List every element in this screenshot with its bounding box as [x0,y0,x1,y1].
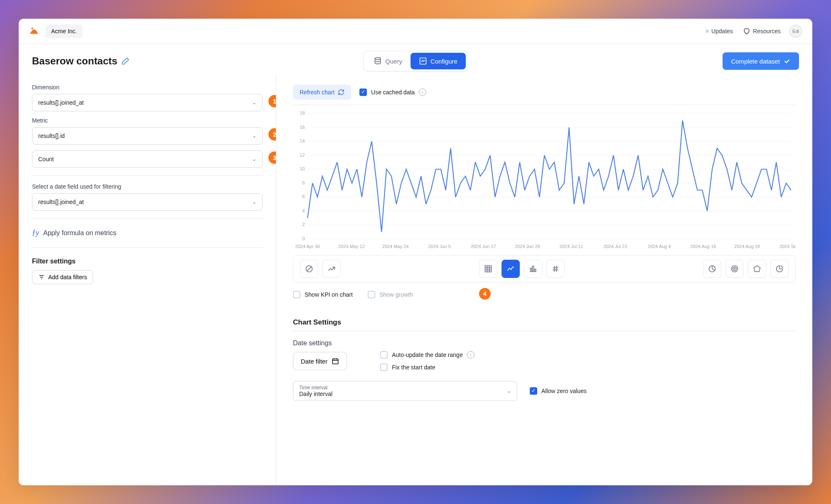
updates-link[interactable]: Updates [701,25,738,37]
step-badge-1: 1 [268,95,276,107]
svg-text:2024 Apr 30: 2024 Apr 30 [295,244,320,248]
mode-toggle: Query Configure [363,51,468,71]
date-filter-button[interactable]: Date filter [293,352,347,370]
line-chart: 0246810121416182024 Apr 302024 May 12202… [293,110,796,251]
auto-update-checkbox[interactable]: Auto-update the date range i [380,351,474,359]
interval-row: Time interval Daily interval ⌄ Allow zer… [293,381,796,401]
svg-rect-47 [534,269,536,272]
header-row: Baserow contacts Query Configure Complet… [19,44,812,76]
app-logo [29,26,39,37]
metric-label: Metric [32,117,263,124]
number-chart-button[interactable] [546,260,565,278]
svg-line-50 [554,266,555,272]
donut-chart-button[interactable] [770,260,789,278]
svg-text:2024 Jun 29: 2024 Jun 29 [515,244,540,248]
avatar[interactable]: Edi [789,25,802,38]
divider [32,247,263,248]
aggregate-select[interactable]: Count ⌄ [32,150,263,168]
formula-icon: ƒy [32,229,39,237]
bar-chart-button[interactable] [524,260,542,278]
content-area: Baserow contacts Query Configure Complet… [19,44,812,485]
complete-label: Complete dataset [731,58,780,65]
resources-label: Resources [753,28,781,34]
chart-type-group-center [479,260,565,278]
date-settings-left: Date settings Date filter [293,339,347,370]
filter-settings-heading: Filter settings [32,258,263,265]
show-growth-label: Show growth [379,291,413,298]
svg-point-0 [32,27,33,29]
table-chart-button[interactable] [479,260,497,278]
apply-formula-link[interactable]: ƒy Apply formula on metrics [32,226,263,240]
page-title: Baserow contacts [32,55,130,67]
svg-line-51 [556,266,557,272]
use-cached-checkbox[interactable]: Use cached data i [359,89,426,96]
chevron-down-icon: ⌄ [252,156,256,162]
radar-icon [730,265,739,273]
chevron-down-icon: ⌄ [252,133,256,139]
chart-type-row [293,255,796,283]
checkbox-icon [293,291,300,298]
formula-label: Apply formula on metrics [43,229,116,237]
radar-chart-button[interactable] [725,260,744,278]
edit-icon[interactable] [121,57,130,65]
auto-update-label: Auto-update the date range [392,352,462,358]
config-sidebar: Dimension results[].joined_at ⌄ 1 Metric… [19,76,276,485]
configure-tab[interactable]: Configure [411,53,466,69]
refresh-label: Refresh chart [300,89,334,96]
show-growth-checkbox[interactable]: Show growth [368,291,413,298]
info-icon[interactable]: i [467,351,475,359]
complete-dataset-button[interactable]: Complete dataset [723,52,799,70]
chart-panel: Refresh chart Use cached data i 02468101… [276,76,812,485]
add-data-filters-button[interactable]: Add data filters [32,270,93,284]
chevron-down-icon: ⌄ [507,388,511,394]
svg-text:2024 Jul 11: 2024 Jul 11 [560,244,583,248]
status-dot-icon [706,30,709,33]
none-chart-button[interactable] [300,260,318,278]
checkbox-checked-icon [530,387,537,395]
fix-start-checkbox[interactable]: Fix the start date [380,364,474,371]
table-icon [484,265,492,273]
metric-select[interactable]: results[].id ⌄ [32,127,263,145]
svg-text:2024 Jun 5: 2024 Jun 5 [428,244,451,248]
query-tab[interactable]: Query [365,53,411,69]
svg-text:2024 Jun 17: 2024 Jun 17 [471,244,496,248]
resources-link[interactable]: Resources [738,25,786,37]
svg-text:14: 14 [300,139,305,143]
metric-value: results[].id [38,133,65,139]
bar-icon [529,265,537,273]
refresh-chart-button[interactable]: Refresh chart [293,85,351,100]
info-icon[interactable]: i [419,89,426,96]
polar-chart-button[interactable] [748,260,766,278]
svg-text:2: 2 [302,222,305,227]
divider [293,331,796,331]
polygon-icon [753,265,761,273]
checkbox-icon [380,351,388,359]
date-field-select[interactable]: results[].joined_at ⌄ [32,193,263,211]
chart-config-icon [419,57,427,65]
interval-value: Daily interval [299,391,332,397]
chevron-down-icon: ⌄ [252,100,256,106]
line-chart-button[interactable] [502,260,520,278]
date-field-value: results[].joined_at [38,199,84,205]
trend-icon [327,265,336,273]
aggregate-value: Count [38,156,54,162]
svg-text:2024 Jul 23: 2024 Jul 23 [603,244,627,248]
workspace-button[interactable]: Acme Inc. [45,25,83,38]
pie-chart-button[interactable] [703,260,721,278]
date-settings-right: Auto-update the date range i Fix the sta… [380,351,474,371]
svg-point-55 [734,268,735,269]
dimension-select[interactable]: results[].joined_at ⌄ [32,94,263,111]
database-icon [374,57,382,65]
kpi-chart-button[interactable] [322,260,341,278]
show-kpi-checkbox[interactable]: Show KPI on chart [293,291,353,298]
check-icon [783,57,791,65]
time-interval-select[interactable]: Time interval Daily interval ⌄ [293,381,517,401]
fix-start-label: Fix the start date [392,364,435,371]
svg-line-39 [307,266,312,271]
svg-text:6: 6 [302,194,305,199]
add-filters-label: Add data filters [48,274,87,280]
kpi-options-row: Show KPI on chart Show growth 4 [293,291,796,298]
step-badge-3: 3 [268,151,276,164]
allow-zero-label: Allow zero values [541,388,587,394]
allow-zero-checkbox[interactable]: Allow zero values [530,387,587,395]
